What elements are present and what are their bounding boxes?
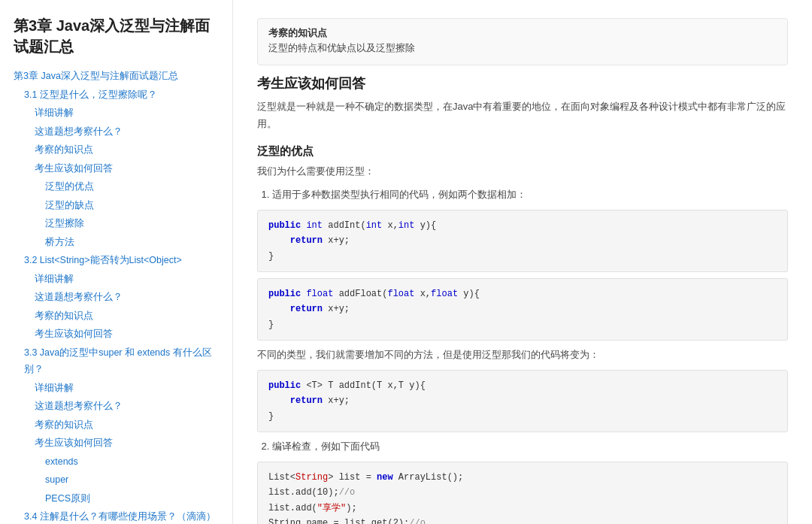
toc-item-3-3[interactable]: 3.3 Java的泛型中super 和 extends 有什么区别？ <box>24 344 219 378</box>
toc-item-answer-3[interactable]: 考生应该如何回答 <box>35 435 219 452</box>
toc-root-link[interactable]: 第3章 Java深入泛型与注解面试题汇总 <box>14 68 219 85</box>
toc-item-detail-2[interactable]: 详细讲解 <box>35 271 219 288</box>
toc-item-3-4[interactable]: 3.4 注解是什么？有哪些使用场景？（滴滴） <box>24 508 219 524</box>
toc-item-answer-2[interactable]: 考生应该如何回答 <box>35 326 219 343</box>
toc-item-thinks-2[interactable]: 这道题想考察什么？ <box>35 289 219 306</box>
toc-item-disadvantages[interactable]: 泛型的缺点 <box>45 197 219 214</box>
advantages-list: 适用于多种数据类型执行相同的代码，例如两个数据相加： <box>257 186 788 204</box>
toc-item-extends[interactable]: extends <box>45 453 219 471</box>
toc-item-detail-1[interactable]: 详细讲解 <box>35 104 219 122</box>
right-panel: 考察的知识点 泛型的特点和优缺点以及泛型擦除 考生应该如何回答 泛型就是一种就是… <box>233 0 812 524</box>
toc-item-advantages[interactable]: 泛型的优点 <box>45 178 219 195</box>
toc-item-3-1[interactable]: 3.1 泛型是什么，泛型擦除呢？ <box>24 86 219 104</box>
left-panel: 第3章 Java深入泛型与注解面试题汇总 第3章 Java深入泛型与注解面试题汇… <box>0 0 233 524</box>
toc-item-thinks-3[interactable]: 这道题想考察什么？ <box>35 398 219 415</box>
advantages-item-2: 编译检查，例如下面代码 <box>272 438 788 456</box>
advantages-intro: 我们为什么需要使用泛型： <box>257 163 788 180</box>
advantages-item-1: 适用于多种数据类型执行相同的代码，例如两个数据相加： <box>272 186 788 204</box>
code-addFloat: public float addFloat(float x,float y){ … <box>257 278 788 341</box>
main-title: 第3章 Java深入泛型与注解面试题汇总 <box>14 15 219 57</box>
knowledge-label: 考察的知识点 <box>268 27 327 38</box>
toc-item-super[interactable]: super <box>45 471 219 489</box>
toc-item-knowledge-2[interactable]: 考察的知识点 <box>35 307 219 325</box>
toc-item-erasure[interactable]: 泛型擦除 <box>45 215 219 232</box>
table-of-contents: 第3章 Java深入泛型与注解面试题汇总 3.1 泛型是什么，泛型擦除呢？ 详细… <box>14 68 219 524</box>
toc-item-thinks-1[interactable]: 这道题想考察什么？ <box>35 123 219 141</box>
code-generic-add: public <T> T addInt(T x,T y){ return x+y… <box>257 370 788 432</box>
code-list-example: List<String> list = new ArrayList(); lis… <box>257 462 788 524</box>
toc-item-knowledge-1[interactable]: 考察的知识点 <box>35 141 219 159</box>
toc-item-bridge[interactable]: 桥方法 <box>45 234 219 251</box>
advantages-title: 泛型的优点 <box>257 144 788 159</box>
code-addInt: public int addInt(int x,int y){ return x… <box>257 210 788 272</box>
how-to-answer-text: 泛型就是一种就是一种不确定的数据类型，在Java中有着重要的地位，在面向对象编程… <box>257 98 788 133</box>
advantages-list-2: 编译检查，例如下面代码 <box>257 438 788 456</box>
toc-item-3-2[interactable]: 3.2 List<String>能否转为List<Object> <box>24 252 219 269</box>
knowledge-box: 考察的知识点 泛型的特点和优缺点以及泛型擦除 <box>257 18 788 65</box>
toc-item-knowledge-3[interactable]: 考察的知识点 <box>35 416 219 434</box>
how-to-answer-title: 考生应该如何回答 <box>257 74 788 92</box>
toc-item-detail-3[interactable]: 详细讲解 <box>35 380 219 397</box>
between-text: 不同的类型，我们就需要增加不同的方法，但是使用泛型那我们的代码将变为： <box>257 347 788 364</box>
toc-item-answer-1[interactable]: 考生应该如何回答 <box>35 160 219 177</box>
toc-item-pecs[interactable]: PECS原则 <box>45 490 219 507</box>
knowledge-text: 泛型的特点和优缺点以及泛型擦除 <box>268 40 777 57</box>
